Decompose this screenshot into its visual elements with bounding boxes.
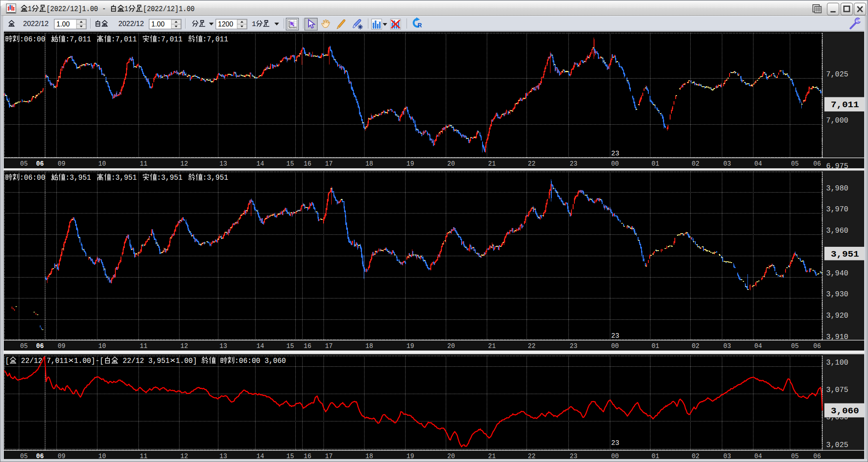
- svg-text:05: 05: [791, 452, 799, 460]
- svg-text:15: 15: [286, 342, 294, 350]
- svg-text:3,025: 3,025: [826, 441, 848, 449]
- svg-text:10: 10: [98, 452, 106, 460]
- svg-text:11: 11: [140, 342, 147, 350]
- svg-text:1.00]: 1.00]: [176, 357, 201, 365]
- svg-text:03: 03: [724, 452, 731, 460]
- svg-text:12: 12: [180, 342, 188, 350]
- svg-text:20: 20: [447, 160, 455, 168]
- svg-text:3,951: 3,951: [831, 249, 859, 259]
- svg-text:7,011: 7,011: [831, 100, 859, 110]
- svg-text:[2022/12]1.00: [2022/12]1.00: [143, 5, 194, 13]
- svg-text:02: 02: [692, 160, 700, 168]
- svg-text::3,951: :3,951: [203, 173, 228, 182]
- svg-text::06:00 3,060: :06:00 3,060: [235, 357, 286, 365]
- svg-text:2022/12: 2022/12: [118, 20, 144, 27]
- svg-text:3,940: 3,940: [826, 269, 848, 278]
- svg-text:09: 09: [58, 342, 65, 350]
- svg-text:14: 14: [256, 342, 264, 350]
- svg-text:19: 19: [406, 452, 414, 460]
- svg-text:21: 21: [488, 452, 496, 460]
- svg-text:03: 03: [724, 160, 731, 168]
- svg-text:7,000: 7,000: [826, 116, 848, 125]
- svg-text:3,930: 3,930: [826, 290, 848, 298]
- svg-text:02: 02: [692, 342, 700, 350]
- svg-text:15: 15: [286, 160, 294, 168]
- svg-text:22: 22: [528, 342, 536, 350]
- svg-text::3,951: :3,951: [111, 173, 137, 182]
- svg-text:16: 16: [304, 342, 312, 350]
- svg-text:R: R: [418, 22, 422, 29]
- svg-text:3,100: 3,100: [826, 358, 848, 367]
- svg-text:17: 17: [325, 452, 333, 460]
- svg-text:00: 00: [611, 452, 619, 460]
- svg-text:06: 06: [36, 342, 44, 350]
- svg-text:3,060: 3,060: [831, 406, 859, 416]
- svg-text:1.00: 1.00: [56, 20, 70, 28]
- svg-text:04: 04: [754, 452, 762, 460]
- svg-text:02: 02: [692, 452, 700, 460]
- svg-text:16: 16: [304, 160, 312, 168]
- svg-text:[: [: [5, 357, 9, 365]
- svg-text:05: 05: [20, 160, 28, 168]
- svg-text:01: 01: [652, 342, 659, 350]
- svg-text:06: 06: [813, 160, 821, 168]
- svg-text:05: 05: [20, 452, 28, 460]
- svg-text::06:00: :06:00: [20, 173, 45, 182]
- svg-text:09: 09: [58, 452, 65, 460]
- svg-text:3,960: 3,960: [826, 226, 848, 235]
- svg-text:22: 22: [528, 452, 536, 460]
- svg-text:01: 01: [652, 452, 659, 460]
- svg-text:1.00: 1.00: [151, 20, 165, 28]
- svg-text:04: 04: [754, 160, 762, 168]
- svg-text:06: 06: [813, 452, 821, 460]
- svg-text:06: 06: [36, 160, 44, 168]
- svg-text:05: 05: [791, 342, 799, 350]
- svg-text:18: 18: [365, 342, 373, 350]
- svg-text:10: 10: [98, 342, 106, 350]
- svg-text:6,975: 6,975: [826, 162, 848, 170]
- svg-text:05: 05: [20, 342, 28, 350]
- svg-text:23: 23: [570, 160, 577, 168]
- svg-text::7,011: :7,011: [157, 35, 182, 44]
- svg-text:×: ×: [68, 357, 74, 365]
- svg-text:18: 18: [365, 160, 373, 168]
- svg-text::06:00: :06:00: [20, 35, 45, 44]
- svg-text:23: 23: [570, 342, 577, 350]
- svg-text:06: 06: [813, 342, 821, 350]
- svg-text:×: ×: [170, 357, 176, 365]
- svg-text:11: 11: [140, 452, 147, 460]
- svg-text:00: 00: [611, 342, 619, 350]
- svg-text:17: 17: [325, 160, 333, 168]
- svg-text:21: 21: [488, 160, 496, 168]
- svg-text::7,011: :7,011: [65, 35, 91, 44]
- svg-text:2022/12: 2022/12: [23, 20, 49, 27]
- svg-text:3,920: 3,920: [826, 311, 848, 320]
- svg-text::7,011: :7,011: [111, 35, 137, 44]
- svg-text:11: 11: [140, 160, 147, 168]
- svg-text:[2022/12]1.00 -: [2022/12]1.00 -: [46, 5, 110, 13]
- svg-text:13: 13: [220, 452, 227, 460]
- svg-text:3,910: 3,910: [826, 333, 848, 341]
- svg-text:3,980: 3,980: [826, 184, 848, 193]
- svg-text:14: 14: [256, 160, 264, 168]
- svg-text:1200: 1200: [218, 20, 233, 28]
- svg-text:12: 12: [180, 452, 188, 460]
- svg-text:13: 13: [220, 342, 227, 350]
- svg-text:10: 10: [98, 160, 106, 168]
- svg-text::3,951: :3,951: [157, 173, 182, 182]
- svg-text:1: 1: [28, 5, 32, 13]
- svg-text:15: 15: [286, 452, 294, 460]
- svg-text:23: 23: [611, 150, 619, 158]
- svg-text:3,075: 3,075: [826, 386, 848, 394]
- svg-text:23: 23: [611, 439, 619, 447]
- svg-text:12: 12: [180, 160, 188, 168]
- svg-text::7,011: :7,011: [203, 35, 228, 44]
- svg-text:21: 21: [488, 342, 496, 350]
- svg-text:23: 23: [570, 452, 577, 460]
- svg-text:03: 03: [724, 342, 731, 350]
- svg-text:05: 05: [791, 160, 799, 168]
- svg-text:14: 14: [256, 452, 264, 460]
- svg-text:23: 23: [611, 332, 619, 340]
- svg-text:22/12 3,951: 22/12 3,951: [118, 357, 170, 365]
- svg-text:1: 1: [124, 5, 128, 13]
